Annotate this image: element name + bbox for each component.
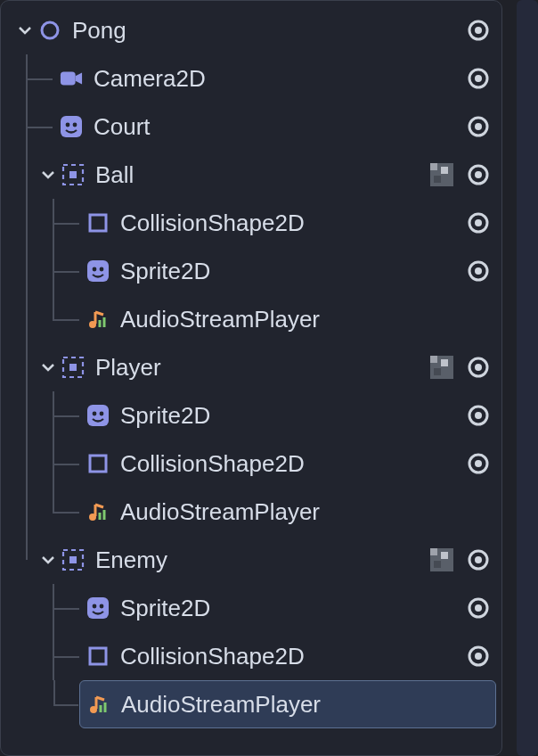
visibility-toggle[interactable] bbox=[466, 596, 491, 620]
node-label: CollisionShape2D bbox=[120, 450, 305, 478]
expand-toggle[interactable] bbox=[15, 21, 35, 40]
svg-point-17 bbox=[475, 219, 482, 226]
svg-point-35 bbox=[475, 460, 482, 467]
svg-point-36 bbox=[89, 514, 96, 521]
visibility-toggle[interactable] bbox=[466, 66, 491, 91]
eye-icon bbox=[467, 115, 490, 138]
chevron-down-icon bbox=[17, 22, 33, 38]
tree-node[interactable]: Court bbox=[6, 103, 496, 151]
tree-node[interactable]: Sprite2D bbox=[6, 391, 496, 440]
node2d-icon bbox=[38, 19, 61, 42]
camera-icon bbox=[60, 67, 83, 90]
svg-rect-46 bbox=[90, 648, 106, 664]
expand-toggle[interactable] bbox=[38, 357, 58, 377]
node-label: AudioStreamPlayer bbox=[121, 691, 321, 719]
tree-node-selected[interactable]: AudioStreamPlayer bbox=[79, 680, 496, 728]
svg-point-29 bbox=[93, 412, 97, 416]
eye-icon bbox=[467, 356, 490, 379]
eye-icon bbox=[467, 211, 490, 234]
expand-toggle[interactable] bbox=[38, 550, 58, 570]
svg-point-32 bbox=[475, 412, 482, 419]
scene-tree[interactable]: Pong Camera2D bbox=[6, 6, 496, 728]
svg-point-5 bbox=[475, 75, 482, 82]
svg-point-19 bbox=[93, 267, 97, 272]
svg-point-23 bbox=[89, 321, 96, 328]
expand-toggle[interactable] bbox=[38, 165, 58, 185]
area2d-icon bbox=[61, 548, 85, 571]
svg-point-14 bbox=[475, 171, 482, 178]
chevron-down-icon bbox=[40, 359, 56, 375]
chevron-down-icon bbox=[40, 552, 56, 568]
visibility-toggle[interactable] bbox=[466, 644, 491, 669]
svg-point-22 bbox=[475, 267, 482, 275]
tree-node[interactable]: Sprite2D bbox=[6, 247, 496, 295]
audio-stream-icon bbox=[86, 500, 110, 523]
visibility-toggle[interactable] bbox=[466, 403, 491, 428]
node-label: AudioStreamPlayer bbox=[120, 306, 320, 333]
eye-icon bbox=[467, 645, 490, 668]
sprite-icon bbox=[86, 596, 110, 620]
tree-node-root[interactable]: Pong bbox=[6, 6, 496, 54]
tree-node[interactable]: AudioStreamPlayer bbox=[6, 295, 496, 343]
tree-node[interactable]: Player bbox=[6, 343, 496, 391]
tree-node[interactable]: CollisionShape2D bbox=[6, 199, 496, 247]
svg-rect-28 bbox=[87, 405, 109, 426]
script-icon[interactable] bbox=[430, 356, 453, 379]
script-icon[interactable] bbox=[430, 548, 453, 571]
visibility-toggle[interactable] bbox=[466, 547, 491, 572]
script-icon[interactable] bbox=[430, 163, 453, 186]
visibility-toggle[interactable] bbox=[466, 259, 491, 284]
tree-node[interactable]: Sprite2D bbox=[6, 584, 496, 632]
svg-rect-33 bbox=[90, 456, 106, 472]
svg-point-40 bbox=[475, 556, 482, 563]
area2d-icon bbox=[61, 356, 85, 379]
eye-icon bbox=[467, 67, 490, 90]
svg-point-49 bbox=[90, 706, 97, 713]
tree-node[interactable]: Ball bbox=[6, 151, 496, 199]
sprite-icon bbox=[86, 259, 110, 283]
svg-point-30 bbox=[100, 412, 104, 416]
area2d-icon bbox=[61, 163, 85, 186]
svg-rect-18 bbox=[87, 260, 109, 282]
eye-icon bbox=[467, 163, 490, 186]
svg-point-7 bbox=[66, 123, 70, 127]
eye-icon bbox=[467, 548, 490, 571]
sprite-icon bbox=[86, 404, 110, 427]
node-label: Player bbox=[95, 354, 161, 382]
visibility-toggle[interactable] bbox=[466, 355, 491, 380]
visibility-toggle[interactable] bbox=[466, 18, 491, 43]
svg-rect-15 bbox=[90, 215, 106, 231]
tree-node[interactable]: AudioStreamPlayer bbox=[6, 488, 496, 536]
visibility-toggle[interactable] bbox=[466, 210, 491, 235]
visibility-toggle[interactable] bbox=[466, 162, 491, 187]
svg-point-2 bbox=[475, 27, 482, 34]
node-label: Ball bbox=[95, 161, 134, 189]
visibility-toggle[interactable] bbox=[466, 114, 491, 139]
scene-tree-panel[interactable]: Pong Camera2D bbox=[0, 0, 502, 756]
chevron-down-icon bbox=[40, 167, 56, 183]
tree-node[interactable]: CollisionShape2D bbox=[6, 440, 496, 488]
svg-point-43 bbox=[100, 604, 104, 609]
node-label: Sprite2D bbox=[120, 595, 210, 622]
svg-point-48 bbox=[475, 653, 482, 660]
tree-node[interactable]: Camera2D bbox=[6, 54, 496, 103]
svg-rect-12 bbox=[69, 171, 77, 178]
eye-icon bbox=[467, 452, 490, 475]
tree-node[interactable]: CollisionShape2D bbox=[6, 632, 496, 680]
svg-point-20 bbox=[100, 267, 104, 272]
svg-point-0 bbox=[42, 22, 58, 38]
sprite-icon bbox=[60, 115, 83, 138]
svg-rect-38 bbox=[69, 556, 77, 563]
tree-node[interactable]: Enemy bbox=[6, 536, 496, 584]
node-label: Court bbox=[94, 113, 151, 141]
svg-rect-6 bbox=[61, 116, 82, 137]
node-label: AudioStreamPlayer bbox=[120, 498, 320, 526]
audio-stream-icon bbox=[87, 693, 110, 716]
svg-rect-41 bbox=[87, 597, 109, 619]
svg-point-42 bbox=[93, 604, 97, 609]
node-label: CollisionShape2D bbox=[120, 643, 305, 670]
svg-rect-25 bbox=[69, 364, 77, 371]
node-label: Camera2D bbox=[94, 65, 206, 93]
svg-rect-3 bbox=[61, 72, 76, 86]
visibility-toggle[interactable] bbox=[466, 451, 491, 476]
